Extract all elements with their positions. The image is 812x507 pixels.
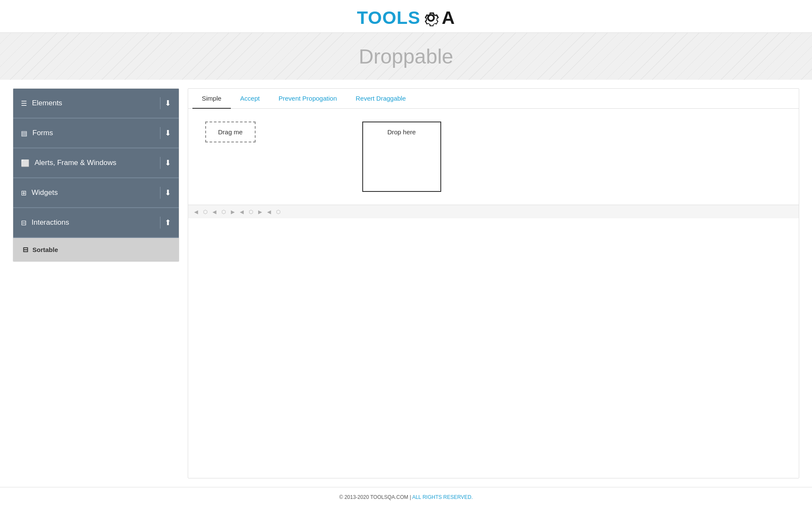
- sidebar: ☰ Elements ⬇ ▤ Forms ⬇ ⬜ Alerts, Frame &…: [13, 88, 179, 262]
- main-content: ☰ Elements ⬇ ▤ Forms ⬇ ⬜ Alerts, Frame &…: [0, 80, 812, 487]
- tab-revert-draggable[interactable]: Revert Draggable: [346, 89, 415, 109]
- scroll-left4-icon: ◀: [265, 209, 273, 215]
- content-panel: Simple Accept Prevent Propogation Revert…: [188, 88, 799, 478]
- sidebar-divider-alerts: [160, 157, 160, 169]
- scroll-left-icon: ◀: [192, 209, 200, 215]
- footer-link[interactable]: ALL RIGHTS RESERVED.: [412, 494, 473, 500]
- sortable-icon: ⊟: [23, 246, 28, 254]
- drag-box[interactable]: Drag me: [205, 122, 256, 142]
- sidebar-item-label-elements: Elements: [32, 99, 62, 107]
- scroll-left2-icon: ◀: [211, 209, 218, 215]
- sidebar-item-elements[interactable]: ☰ Elements ⬇: [13, 89, 179, 119]
- sidebar-item-label-forms: Forms: [32, 129, 53, 137]
- window-icon: ⬜: [21, 159, 29, 167]
- tab-prevent-propogation[interactable]: Prevent Propogation: [269, 89, 346, 109]
- sidebar-sub-item-sortable[interactable]: ⊟ Sortable: [13, 238, 179, 261]
- sidebar-item-label-alerts: Alerts, Frame & Windows: [35, 159, 116, 167]
- sidebar-sub-item-label-sortable: Sortable: [32, 246, 58, 253]
- widgets-icon: ⊞: [21, 189, 26, 197]
- hamburger-icon: ☰: [21, 99, 27, 107]
- scroll-diamond-icon: ⬡: [220, 209, 227, 215]
- header: TOOLS A: [0, 0, 812, 33]
- scroll-right4-icon: ▶: [256, 209, 264, 215]
- interactions-icon: ⊟: [21, 219, 26, 227]
- footer-text: © 2013-2020 TOOLSQA.COM |: [339, 494, 412, 500]
- sidebar-divider-widgets: [160, 187, 160, 199]
- scroll-diamond2-icon: ⬡: [247, 209, 255, 215]
- hero-banner: Droppable: [0, 33, 812, 80]
- tab-accept[interactable]: Accept: [231, 89, 269, 109]
- logo-tools: TOOLS: [357, 8, 420, 28]
- tabs: Simple Accept Prevent Propogation Revert…: [188, 89, 799, 109]
- content-scroll-bar[interactable]: ◀ ⬡ ◀ ⬡ ▶ ◀ ⬡ ▶ ◀ ⬡: [188, 205, 799, 218]
- gear-icon: [421, 8, 441, 28]
- sidebar-divider: [160, 97, 160, 109]
- hero-title: Droppable: [359, 45, 453, 68]
- sidebar-item-interactions[interactable]: ⊟ Interactions ⬆: [13, 208, 179, 238]
- logo-qa: A: [442, 8, 455, 28]
- scroll-right3-icon: ▶: [229, 209, 236, 215]
- drop-label: Drop here: [387, 128, 416, 136]
- content-area: Drag me Drop here: [188, 109, 799, 205]
- sidebar-item-label-widgets: Widgets: [32, 188, 58, 197]
- tab-simple[interactable]: Simple: [192, 89, 231, 109]
- drop-box[interactable]: Drop here: [362, 122, 441, 192]
- form-icon: ▤: [21, 129, 27, 137]
- sidebar-item-label-interactions: Interactions: [32, 218, 69, 227]
- alerts-arrow-icon: ⬇: [165, 158, 171, 168]
- sidebar-item-alerts[interactable]: ⬜ Alerts, Frame & Windows ⬇: [13, 148, 179, 178]
- sidebar-item-widgets[interactable]: ⊞ Widgets ⬇: [13, 178, 179, 208]
- sidebar-item-forms[interactable]: ▤ Forms ⬇: [13, 119, 179, 148]
- interactions-arrow-icon: ⬆: [165, 218, 171, 227]
- forms-arrow-icon: ⬇: [165, 128, 171, 138]
- scroll-double2-icon: ⬡: [274, 209, 282, 215]
- sidebar-divider-forms: [160, 127, 160, 139]
- logo: TOOLS A: [357, 8, 455, 28]
- elements-arrow-icon: ⬇: [165, 99, 171, 108]
- sidebar-divider-interactions: [160, 217, 160, 229]
- scroll-left3-icon: ◀: [238, 209, 245, 215]
- footer: © 2013-2020 TOOLSQA.COM | ALL RIGHTS RES…: [0, 487, 812, 507]
- scroll-right-double-icon: ⬡: [201, 209, 209, 215]
- widgets-arrow-icon: ⬇: [165, 188, 171, 197]
